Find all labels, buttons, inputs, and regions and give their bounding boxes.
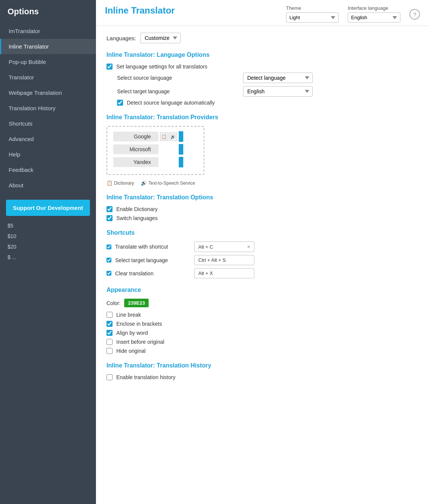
providers-legend: 📋 Dictionary 🔊 Text-to-Speech Service	[106, 180, 418, 186]
target-language-select[interactable]: English	[243, 86, 313, 97]
provider-icons: 📋🔊	[160, 132, 177, 141]
sidebar-donations: $5$10$20$ ...	[0, 219, 96, 266]
provider-bar[interactable]	[179, 144, 183, 155]
target-language-label: Select target language	[117, 88, 170, 94]
source-language-label: Select source language	[117, 75, 172, 81]
theme-control: Theme Light	[286, 5, 339, 23]
color-swatch[interactable]: 239E23	[124, 299, 149, 307]
support-button[interactable]: Support Our Development	[6, 200, 90, 216]
donation-option[interactable]: $5	[8, 220, 88, 231]
provider-row-microsoft: Microsoft	[113, 144, 198, 155]
translation-option-row: Switch languages	[106, 215, 418, 221]
sidebar-item-help[interactable]: Help	[0, 147, 96, 162]
provider-row-yandex: Yandex	[113, 157, 198, 167]
interface-language-control: Interface language English	[348, 5, 400, 23]
shortcut-label: Select target language	[115, 257, 190, 263]
translation-history-header: Inline Translator: Translation History	[106, 362, 418, 369]
sidebar-title: Options	[0, 0, 96, 23]
history-option-row: Enable translation history	[106, 374, 418, 380]
translation-providers-header: Inline Translator: Translation Providers	[106, 114, 418, 121]
donation-option[interactable]: $ ...	[8, 252, 88, 263]
translation-option-label: Enable Dictionary	[116, 206, 158, 212]
sidebar-item-webpage-translation[interactable]: Webpage Translation	[0, 85, 96, 100]
appearance-option-row: Insert before original	[106, 339, 418, 345]
theme-select[interactable]: Light	[286, 12, 339, 23]
translation-option-checkbox[interactable]	[106, 206, 113, 212]
appearance-option-row: Hide original	[106, 348, 418, 354]
shortcut-checkbox[interactable]	[106, 258, 111, 263]
provider-name: Google	[113, 132, 158, 141]
color-label: Color:	[106, 300, 120, 306]
interface-language-label: Interface language	[348, 5, 400, 11]
language-options-section: Inline Translator: Language Options Set …	[106, 52, 418, 106]
provider-bar[interactable]	[179, 157, 183, 167]
provider-tts-icon[interactable]: 🔊	[169, 132, 177, 141]
appearance-option-checkbox[interactable]	[106, 312, 113, 318]
source-language-select[interactable]: Detect language	[243, 73, 313, 83]
help-icon[interactable]: ?	[409, 9, 420, 20]
provider-row-google: Google📋🔊	[113, 131, 198, 142]
target-language-row: Select target language English	[117, 86, 313, 97]
appearance-option-checkbox[interactable]	[106, 339, 113, 345]
legend-tts: 🔊 Text-to-Speech Service	[141, 180, 195, 186]
theme-label: Theme	[286, 5, 339, 11]
provider-bar[interactable]	[179, 131, 183, 142]
set-language-checkbox[interactable]	[106, 64, 113, 70]
provider-dict-icon[interactable]: 📋	[160, 132, 168, 141]
legend-dict: 📋 Dictionary	[106, 180, 134, 186]
sidebar-item-translation-history[interactable]: Translation History	[0, 100, 96, 116]
sidebar-nav: ImTranslatorInline TranslatorPop-up Bubb…	[0, 23, 96, 193]
shortcut-clear-button[interactable]: ×	[247, 244, 250, 250]
provider-name: Microsoft	[113, 144, 158, 154]
shortcut-value[interactable]: Alt + X	[194, 268, 254, 278]
sidebar-item-translator[interactable]: Translator	[0, 70, 96, 85]
donation-option[interactable]: $20	[8, 241, 88, 252]
shortcuts-header: Shortcuts	[106, 229, 418, 236]
detect-source-label: Detect source language automatically	[127, 100, 214, 106]
appearance-option-label: Enclose in brackets	[116, 321, 162, 327]
sidebar-item-shortcuts[interactable]: Shortcuts	[0, 116, 96, 131]
legend-dict-label: Dictionary	[114, 181, 134, 186]
providers-box: Google📋🔊MicrosoftYandex	[106, 126, 204, 175]
tts-icon: 🔊	[141, 180, 147, 186]
interface-language-select[interactable]: English	[348, 12, 400, 23]
translation-providers-section: Inline Translator: Translation Providers…	[106, 114, 418, 186]
shortcut-label: Clear translation	[115, 270, 190, 276]
sidebar-item-inline-translator[interactable]: Inline Translator	[0, 39, 96, 54]
appearance-option-checkbox[interactable]	[106, 348, 113, 354]
appearance-option-label: Insert before original	[116, 339, 164, 345]
appearance-option-checkbox[interactable]	[106, 330, 113, 336]
sidebar-item-feedback[interactable]: Feedback	[0, 162, 96, 178]
appearance-option-label: Line break	[116, 312, 141, 318]
sidebar-item-pop-up-bubble[interactable]: Pop-up Bubble	[0, 54, 96, 70]
appearance-section: Appearance Color: 239E23 Line breakEnclo…	[106, 287, 418, 354]
sidebar-item-about[interactable]: About	[0, 178, 96, 193]
shortcut-row: Select target languageCtrl + Alt + S	[106, 255, 418, 265]
sidebar-item-advanced[interactable]: Advanced	[0, 131, 96, 147]
main-header: Inline Translator Theme Light Interface …	[96, 0, 429, 26]
language-options-header: Inline Translator: Language Options	[106, 52, 418, 58]
shortcut-checkbox[interactable]	[106, 271, 111, 276]
header-controls: Theme Light Interface language English ?	[286, 5, 420, 26]
appearance-option-row: Line break	[106, 312, 418, 318]
appearance-option-label: Align by word	[116, 330, 148, 336]
customize-select[interactable]: Customize	[140, 33, 181, 43]
legend-tts-label: Text-to-Speech Service	[148, 181, 195, 186]
detect-source-row: Detect source language automatically	[117, 100, 418, 106]
set-language-label: Set language settings for all translator…	[116, 64, 207, 70]
appearance-option-row: Align by word	[106, 330, 418, 336]
shortcut-label: Translate with shortcut	[115, 244, 190, 250]
donation-option[interactable]: $10	[8, 231, 88, 241]
detect-source-checkbox[interactable]	[117, 100, 123, 106]
shortcut-value[interactable]: Ctrl + Alt + S	[194, 255, 254, 265]
appearance-option-label: Hide original	[116, 348, 146, 354]
sidebar-item-imtranslator[interactable]: ImTranslator	[0, 23, 96, 39]
shortcut-checkbox[interactable]	[106, 244, 111, 249]
shortcut-value[interactable]: Alt + C×	[194, 241, 254, 252]
history-option-checkbox[interactable]	[106, 374, 113, 380]
dict-icon: 📋	[106, 180, 113, 186]
history-option-label: Enable translation history	[116, 374, 175, 380]
appearance-option-checkbox[interactable]	[106, 321, 113, 327]
translation-option-checkbox[interactable]	[106, 215, 113, 221]
translation-options-section: Inline Translator: Translation Options E…	[106, 194, 418, 221]
